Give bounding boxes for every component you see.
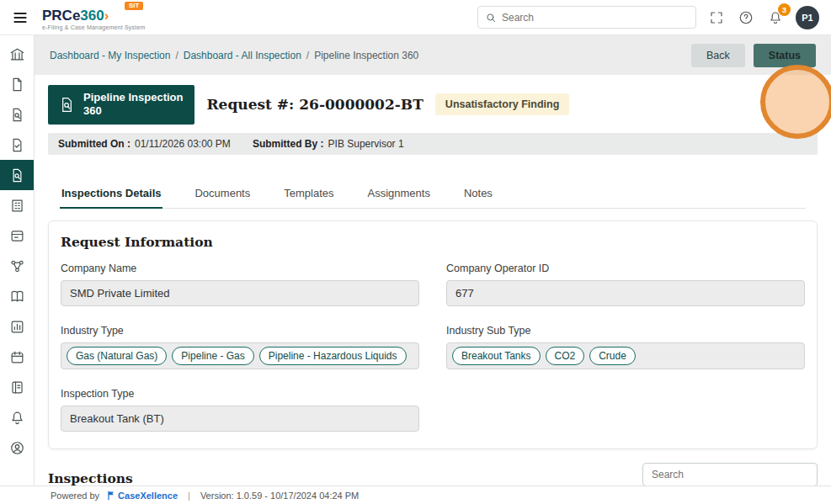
brand-tagline: e-Filing & Case Management System	[42, 24, 146, 30]
footer-divider: |	[188, 491, 190, 501]
brand-suffix: 360	[80, 8, 104, 24]
submitted-by-value: PIB Supervisor 1	[328, 138, 404, 150]
field-grid: Company Name SMD Private Limited Company…	[61, 263, 805, 432]
help-icon[interactable]	[737, 8, 755, 27]
request-information-card: Request Information Company Name SMD Pri…	[48, 220, 818, 449]
breadcrumb-item-all-inspection[interactable]: Dashboard - All Inspection	[184, 50, 301, 61]
inspections-title: Inspections	[48, 470, 133, 486]
field-industry-sub-type: Industry Sub Type Breakout Tanks CO2 Cru…	[446, 325, 805, 369]
hamburger-menu-icon[interactable]	[8, 6, 32, 29]
sidebar-item-home-icon[interactable]	[0, 39, 34, 69]
finding-status-badge: Unsatisfactory Finding	[435, 93, 569, 115]
footer: Powered by CaseXellence | Version: 1.0.5…	[0, 485, 831, 504]
brand-main: PRCe	[42, 8, 80, 24]
request-label: Request #:	[206, 96, 294, 113]
module-title-line2: 360	[83, 104, 102, 117]
topbar-left: SIT PRCe360› e-Filing & Case Management …	[8, 5, 146, 30]
version-text: Version: 1.0.59 - 10/17/2024 04:24 PM	[200, 491, 359, 501]
sidebar	[0, 35, 35, 504]
industry-type-chip: Pipeline - Gas	[172, 347, 253, 365]
submitted-on-label: Submitted On :	[58, 138, 131, 150]
environment-badge: SIT	[125, 2, 143, 10]
breadcrumb-item-my-inspection[interactable]: Dashboard - My Inspection	[50, 50, 170, 61]
tab-notes[interactable]: Notes	[462, 183, 494, 208]
industry-type-chip: Gas (Natural Gas)	[67, 347, 167, 365]
field-company-name: Company Name SMD Private Limited	[61, 263, 419, 306]
industry-type-field: Gas (Natural Gas) Pipeline - Gas Pipelin…	[61, 342, 419, 369]
sidebar-item-pipeline-inspection-icon[interactable]	[0, 160, 34, 190]
breadcrumb-bar: Dashboard - My Inspection / Dashboard - …	[35, 35, 831, 75]
industry-sub-type-chip: CO2	[546, 347, 585, 365]
industry-type-chip: Pipeline - Hazardous Liquids	[259, 347, 407, 365]
main-content: Dashboard - My Inspection / Dashboard - …	[35, 35, 831, 504]
brand-arrow-icon: ›	[104, 8, 109, 24]
tab-documents[interactable]: Documents	[193, 183, 252, 208]
sidebar-item-document-icon[interactable]	[0, 69, 34, 99]
page-body: Pipeline Inspection 360 Request #: 26-00…	[35, 85, 831, 209]
breadcrumb-separator: /	[175, 50, 178, 61]
sidebar-item-library-icon[interactable]	[0, 281, 34, 311]
breadcrumb-actions: Back Status	[691, 44, 816, 67]
breadcrumb-separator: /	[306, 50, 309, 61]
sidebar-item-workflow-icon[interactable]	[0, 251, 34, 281]
field-company-operator-id: Company Operator ID 677	[446, 263, 805, 306]
submitted-on: Submitted On :01/11/2026 03:00 PM	[58, 138, 231, 150]
module-title: Pipeline Inspection 360	[83, 91, 183, 119]
sidebar-item-document-search-icon[interactable]	[0, 99, 34, 130]
inspection-type-field: Breakout Tank (BT)	[61, 406, 419, 432]
notifications-bell-icon[interactable]: 3	[766, 8, 785, 27]
request-number: 26-0000002-BT	[299, 96, 423, 113]
tab-assignments[interactable]: Assignments	[365, 183, 431, 208]
status-button[interactable]: Status	[754, 44, 816, 67]
module-badge: Pipeline Inspection 360	[48, 85, 194, 125]
tab-templates[interactable]: Templates	[282, 183, 335, 208]
field-inspection-type: Inspection Type Breakout Tank (BT)	[61, 388, 419, 432]
inspections-header-row: Inspections	[48, 463, 818, 486]
industry-sub-type-chip: Breakout Tanks	[452, 347, 541, 365]
sidebar-item-reports-icon[interactable]	[0, 311, 34, 342]
casexellence-brand: CaseXellence	[106, 490, 178, 501]
sidebar-item-alerts-icon[interactable]	[0, 402, 34, 432]
sidebar-item-journal-icon[interactable]	[0, 372, 34, 402]
field-label: Industry Type	[61, 325, 419, 337]
module-title-line1: Pipeline Inspection	[83, 91, 183, 103]
field-label: Company Operator ID	[446, 263, 805, 274]
field-label: Inspection Type	[61, 388, 419, 400]
sidebar-item-facility-icon[interactable]	[0, 190, 34, 220]
casexellence-logo-icon	[106, 490, 116, 501]
company-operator-id-field: 677	[446, 280, 805, 306]
user-avatar[interactable]: P1	[796, 6, 819, 29]
powered-by-label: Powered by	[51, 491, 99, 501]
breadcrumb-item-current: Pipeline Inspection 360	[314, 50, 418, 61]
submitted-by: Submitted By :PIB Supervisor 1	[253, 138, 404, 150]
sidebar-item-profile-icon[interactable]	[0, 432, 34, 463]
field-label: Company Name	[61, 263, 419, 274]
global-search-input[interactable]	[502, 12, 689, 24]
notification-count-badge: 3	[778, 3, 791, 16]
back-button[interactable]: Back	[691, 44, 745, 67]
industry-sub-type-field: Breakout Tanks CO2 Crude	[446, 342, 805, 369]
breadcrumb: Dashboard - My Inspection / Dashboard - …	[50, 50, 418, 61]
field-industry-type: Industry Type Gas (Natural Gas) Pipeline…	[61, 325, 419, 369]
casexellence-brand-text: CaseXellence	[118, 491, 178, 501]
submitted-by-label: Submitted By :	[253, 138, 324, 150]
app-logo: SIT PRCe360› e-Filing & Case Management …	[42, 5, 146, 30]
topbar-right: 3 P1	[477, 6, 819, 29]
global-search	[477, 6, 696, 29]
field-label: Industry Sub Type	[446, 325, 805, 337]
card-title: Request Information	[61, 234, 805, 250]
request-title: Request #: 26-0000002-BT	[206, 96, 423, 113]
tab-inspections-details[interactable]: Inspections Details	[60, 183, 162, 208]
submitted-on-value: 01/11/2026 03:00 PM	[135, 138, 231, 150]
sidebar-item-calendar-icon[interactable]	[0, 342, 34, 372]
industry-sub-type-chip: Crude	[589, 347, 636, 365]
fullscreen-icon[interactable]	[707, 8, 726, 27]
sidebar-item-card-icon[interactable]	[0, 220, 34, 251]
brand-text: PRCe360›	[42, 8, 146, 23]
inspections-search-input[interactable]	[642, 463, 818, 486]
title-row: Pipeline Inspection 360 Request #: 26-00…	[48, 85, 818, 125]
document-search-icon	[58, 96, 76, 114]
top-bar: SIT PRCe360› e-Filing & Case Management …	[0, 0, 831, 35]
search-icon	[485, 12, 497, 24]
sidebar-item-document-check-icon[interactable]	[0, 130, 34, 160]
